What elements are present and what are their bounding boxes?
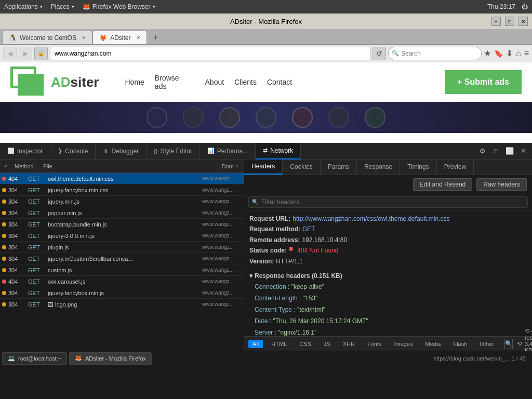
new-tab-button[interactable]: + <box>149 31 163 44</box>
lock-icon[interactable]: 🔒 <box>34 47 48 60</box>
devtools-dock-button[interactable]: □ <box>490 145 502 157</box>
firefox-taskbar-label: ADsiter - Mozilla Firefox <box>85 355 146 362</box>
browser-menu[interactable]: 🦊 Firefox Web Browser ▾ <box>83 3 155 10</box>
nav-home[interactable]: Home <box>125 78 144 86</box>
filter-images[interactable]: Images <box>390 340 417 348</box>
domain-value: www.wangz... <box>202 221 244 227</box>
tab-params[interactable]: Params <box>321 159 357 175</box>
search-input[interactable] <box>388 47 482 60</box>
tab-preview[interactable]: Preview <box>437 159 474 175</box>
status-code: 304 <box>8 187 28 193</box>
version-label: Version: <box>249 256 274 267</box>
devtools-tab-debugger[interactable]: ⏸ Debugger <box>96 143 147 159</box>
details-body[interactable]: Request URL: http://www.wangzhan.com/css… <box>244 210 532 336</box>
status-code: 304 <box>8 244 28 250</box>
timings-tab-label: Timings <box>407 163 429 170</box>
banner-circle-7 <box>365 107 385 128</box>
banner-circle-2 <box>183 107 204 128</box>
tab-close-welcome[interactable]: ✕ <box>82 35 86 41</box>
forward-button[interactable]: ▶ <box>19 47 32 60</box>
status-dot-404 <box>289 247 293 251</box>
table-row[interactable]: 304 GET custom.js www.wangz... <box>0 264 244 276</box>
file-name: custom.js <box>48 267 202 273</box>
tab-welcome[interactable]: 🐧 Welcome to CentOS ✕ <box>2 31 92 44</box>
filter-headers-input[interactable] <box>248 196 528 208</box>
applications-menu[interactable]: Applications ▾ <box>4 3 43 10</box>
method-value: GET <box>28 187 48 193</box>
refresh-button[interactable]: ↺ <box>373 47 386 60</box>
response-headers-title[interactable]: ▾ Response headers (0.151 KB) <box>249 271 527 281</box>
raw-headers-button[interactable]: Raw headers <box>476 178 527 191</box>
filter-all[interactable]: All <box>248 340 263 348</box>
submit-ads-button[interactable]: + Submit ads <box>445 70 522 94</box>
file-name: bootstrap.bundle.min.js <box>48 221 202 228</box>
filter-fonts[interactable]: Fonts <box>363 340 386 348</box>
tab-adsiter[interactable]: 🦊 ADsiter ✕ <box>92 31 147 44</box>
table-row[interactable]: 404 GET owl.theme.default.min.css www.wa… <box>0 173 244 184</box>
minimize-button[interactable]: − <box>491 17 501 26</box>
tab-timings[interactable]: Timings <box>400 159 437 175</box>
filter-xhr[interactable]: XHR <box>339 340 359 348</box>
table-row[interactable]: 304 GET jquery-3.0.0.min.js www.wangz... <box>0 230 244 242</box>
table-row[interactable]: 404 GET owl.carousel.js www.wangz... <box>0 276 244 287</box>
col-header-method: Method <box>11 163 40 169</box>
download-icon[interactable]: ⬇ <box>506 48 513 58</box>
edit-resend-button[interactable]: Edit and Resend <box>413 178 473 191</box>
bookmark-icon[interactable]: 🔖 <box>494 49 503 58</box>
logo-rect-fill <box>18 74 44 96</box>
devtools-tab-console[interactable]: ❯ Console <box>50 143 96 159</box>
filter-other[interactable]: Other <box>475 340 498 348</box>
bookmark-star-icon[interactable]: ★ <box>484 48 491 58</box>
devtools-tab-performance[interactable]: 📊 Performa... <box>200 143 256 159</box>
firefox-icon: 🦊 <box>83 3 90 10</box>
table-row[interactable]: 304 GET popper.min.js www.wangz... <box>0 207 244 219</box>
tab-favicon-adsiter: 🦊 <box>99 34 107 42</box>
filter-js[interactable]: JS <box>320 340 335 348</box>
nav-browse[interactable]: Browseads <box>155 74 179 90</box>
tab-response[interactable]: Response <box>357 159 400 175</box>
home-icon[interactable]: ⌂ <box>516 49 521 58</box>
url-input[interactable] <box>50 47 370 60</box>
page-url-info: https://blog.csdn.net/weixin_... 1 / 45 <box>433 355 526 362</box>
table-row[interactable]: 304 GET bootstrap.bundle.min.js www.wang… <box>0 219 244 230</box>
menu-icon[interactable]: ≡ <box>524 49 529 58</box>
search-wrap: 🔍 <box>388 47 482 60</box>
inspector-label: Inspector <box>17 148 43 155</box>
site-banner <box>0 102 532 133</box>
table-row[interactable]: 304 GET jquery.fancybox.min.css www.wang… <box>0 184 244 196</box>
places-menu[interactable]: Places ▾ <box>51 3 74 10</box>
filter-flash[interactable]: Flash <box>449 340 471 348</box>
devtools-tab-style-editor[interactable]: {} Style Editor <box>147 143 200 159</box>
table-row[interactable]: 304 GET jquery.mCustomScrollbar.conca...… <box>0 253 244 264</box>
devtools-settings-button[interactable]: ⚙ <box>477 145 488 157</box>
taskbar-terminal[interactable]: 💻 root@localhost:~ <box>2 352 67 365</box>
close-button[interactable]: ✕ <box>518 17 528 26</box>
console-icon: ❯ <box>58 148 62 154</box>
tab-cookies[interactable]: Cookies <box>283 159 320 175</box>
power-icon[interactable]: ⏻ <box>522 3 528 10</box>
devtools-close-button[interactable]: ✕ <box>517 145 529 157</box>
search-filter-button[interactable]: 🔍 <box>504 339 513 349</box>
back-button[interactable]: ◀ <box>3 47 17 60</box>
status-code-row: Status code: 404 Not Found <box>249 245 527 256</box>
site-navigation: Home Browseads About Clients Contact <box>125 74 292 90</box>
table-row[interactable]: 304 GET 🖼 logo.png www.wangz... <box>0 299 244 310</box>
request-info: Request URL: http://www.wangzhan.com/css… <box>249 214 527 267</box>
nav-contact[interactable]: Contact <box>267 78 292 86</box>
devtools-tab-network[interactable]: ⇄ Network <box>256 143 301 159</box>
tab-close-adsiter[interactable]: ✕ <box>136 35 140 41</box>
table-row[interactable]: 304 GET jquery.fancybox.min.js www.wangz… <box>0 287 244 299</box>
filter-media[interactable]: Media <box>421 340 445 348</box>
table-row[interactable]: 304 GET jquery.min.js www.wangz... <box>0 196 244 207</box>
maximize-button[interactable]: □ <box>505 17 514 26</box>
nav-clients[interactable]: Clients <box>234 78 257 86</box>
request-list-header: ✓ Method File Dom ↕ <box>0 159 244 173</box>
taskbar-firefox[interactable]: 🦊 ADsiter - Mozilla Firefox <box>69 352 152 365</box>
devtools-tab-inspector[interactable]: ⬜ Inspector <box>0 143 50 159</box>
table-row[interactable]: 304 GET plugin.js www.wangz... <box>0 242 244 253</box>
nav-about[interactable]: About <box>205 78 224 86</box>
tab-headers[interactable]: Headers <box>244 159 283 175</box>
filter-html[interactable]: HTML <box>267 340 291 348</box>
devtools-split-button[interactable]: ⬜ <box>504 145 515 157</box>
filter-css[interactable]: CSS <box>295 340 315 348</box>
